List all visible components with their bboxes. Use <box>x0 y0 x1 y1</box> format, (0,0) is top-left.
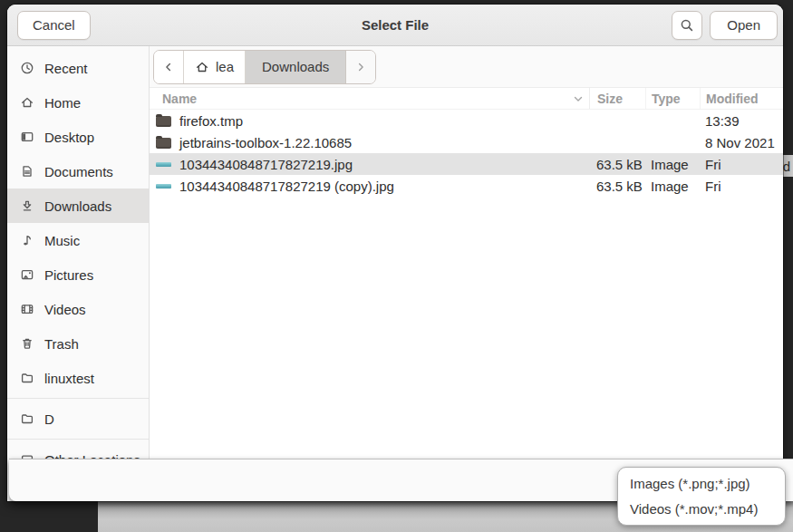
sidebar-item-label: Documents <box>44 164 113 179</box>
path-segment-label: lea <box>216 59 234 74</box>
chevron-down-icon[interactable] <box>573 94 584 103</box>
home-icon <box>20 95 34 110</box>
column-header-modified[interactable]: Modified <box>700 88 783 109</box>
column-header-name[interactable]: Name <box>150 92 589 106</box>
file-chooser-dialog: Cancel Select File Open <box>7 5 783 501</box>
column-header-type[interactable]: Type <box>645 88 700 109</box>
list-column-headers: Name Size Type Modified <box>150 88 783 110</box>
places-sidebar: Recent Home Desktop <box>7 46 150 501</box>
sidebar-item-pictures[interactable]: Pictures <box>7 257 149 292</box>
chevron-left-icon <box>162 61 175 73</box>
magnifier-icon <box>680 18 694 33</box>
open-button[interactable]: Open <box>710 11 778 40</box>
headerbar: Cancel Select File Open <box>7 5 783 46</box>
file-type: Image <box>645 157 700 172</box>
sidebar-item-label: Trash <box>44 336 79 352</box>
sidebar-item-documents[interactable]: Documents <box>7 154 149 189</box>
sidebar-item-label: Pictures <box>44 267 93 283</box>
picture-icon <box>20 267 34 282</box>
cancel-button[interactable]: Cancel <box>17 11 91 40</box>
file-name: 10344340848717827219 (copy).jpg <box>179 179 394 194</box>
sidebar-separator <box>7 439 149 440</box>
path-segment-home[interactable]: lea <box>184 51 246 83</box>
sidebar-item-linuxtest[interactable]: linuxtest <box>7 361 149 395</box>
file-modified: Fri <box>700 157 783 172</box>
file-list: firefox.tmp 13:39 jetbrains-toolbox-1.22… <box>150 110 783 197</box>
search-button[interactable] <box>672 11 702 40</box>
file-browser-pane: lea Downloads Name <box>150 46 783 501</box>
sidebar-item-videos[interactable]: Videos <box>7 292 149 326</box>
path-segment-downloads[interactable]: Downloads <box>246 51 346 83</box>
sidebar-item-label: Music <box>44 233 80 248</box>
screen: d Cancel Select File Open <box>0 0 793 532</box>
folder-icon <box>155 134 171 150</box>
music-note-icon <box>20 233 34 247</box>
folder-icon <box>20 411 34 426</box>
file-type: Image <box>645 179 700 194</box>
file-size: 63.5 kB <box>589 157 645 172</box>
trash-icon <box>20 336 34 351</box>
path-segment-label: Downloads <box>262 59 329 74</box>
sidebar-item-drive-d[interactable]: D <box>7 401 149 436</box>
sidebar-item-label: Home <box>44 95 81 111</box>
pathbar-row: lea Downloads <box>150 46 783 88</box>
desktop-icon <box>20 130 34 144</box>
folder-icon <box>20 371 34 385</box>
sidebar-item-trash[interactable]: Trash <box>7 326 149 361</box>
file-row[interactable]: 10344340848717827219.jpg 63.5 kB Image F… <box>150 153 783 175</box>
file-name: 10344340848717827219.jpg <box>179 157 353 172</box>
sidebar-item-label: Recent <box>44 61 88 76</box>
path-back-button[interactable] <box>154 51 184 83</box>
dialog-title: Select File <box>7 17 783 33</box>
chevron-right-icon <box>354 61 367 73</box>
file-size: 63.5 kB <box>589 179 645 194</box>
sidebar-item-home[interactable]: Home <box>7 85 149 120</box>
path-forward-button[interactable] <box>346 51 375 83</box>
home-icon <box>195 60 209 74</box>
sidebar-item-music[interactable]: Music <box>7 223 149 257</box>
download-icon <box>20 198 34 213</box>
sidebar-item-label: Videos <box>44 302 86 317</box>
file-filter-popup: Images (*.png;*.jpg) Videos (*.mov;*.mp4… <box>617 467 786 526</box>
file-modified: Fri <box>700 179 783 194</box>
filter-option-images[interactable]: Images (*.png;*.jpg) <box>618 471 785 497</box>
sidebar-item-downloads[interactable]: Downloads <box>7 189 149 223</box>
file-row[interactable]: 10344340848717827219 (copy).jpg 63.5 kB … <box>150 175 783 197</box>
breadcrumb: lea Downloads <box>153 50 376 84</box>
file-modified: 8 Nov 2021 <box>700 135 783 150</box>
sidebar-item-label: Desktop <box>44 130 94 145</box>
file-name: firefox.tmp <box>179 113 243 129</box>
film-icon <box>20 302 34 316</box>
document-icon <box>20 164 34 179</box>
file-name: jetbrains-toolbox-1.22.10685 <box>179 135 352 150</box>
file-row[interactable]: firefox.tmp 13:39 <box>150 110 783 131</box>
sidebar-item-label: Downloads <box>44 198 111 214</box>
folder-icon <box>155 112 171 129</box>
sidebar-item-recent[interactable]: Recent <box>7 51 149 85</box>
file-row[interactable]: jetbrains-toolbox-1.22.10685 8 Nov 2021 <box>150 131 783 153</box>
column-header-size[interactable]: Size <box>589 88 645 109</box>
filter-option-videos[interactable]: Videos (*.mov;*.mp4) <box>618 497 785 522</box>
clock-icon <box>20 61 34 75</box>
sidebar-item-label: linuxtest <box>44 371 94 386</box>
image-file-icon <box>155 178 171 194</box>
sidebar-item-label: D <box>44 411 54 427</box>
image-file-icon <box>155 156 171 172</box>
sidebar-separator <box>7 398 149 399</box>
sidebar-item-desktop[interactable]: Desktop <box>7 120 149 154</box>
file-modified: 13:39 <box>700 113 783 129</box>
